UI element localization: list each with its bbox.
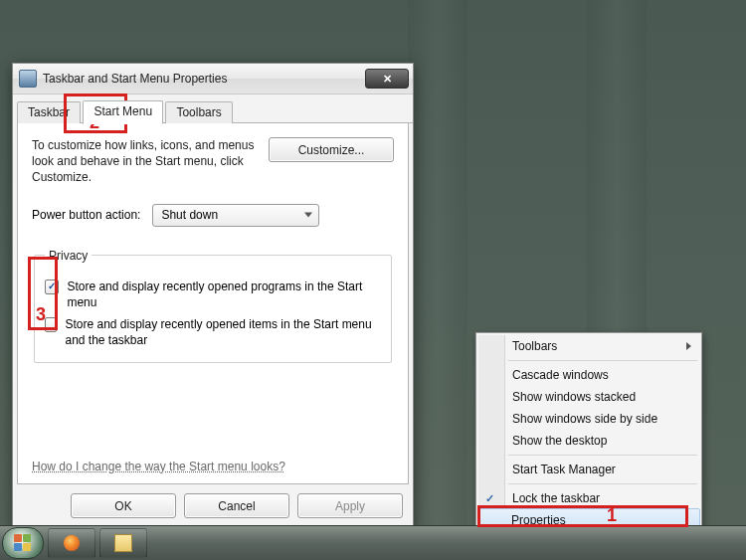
tab-start-menu[interactable]: Start Menu: [83, 100, 163, 124]
tab-strip: Taskbar Start Menu Toolbars: [17, 100, 413, 123]
customize-button[interactable]: Customize...: [269, 137, 394, 162]
menu-separator: [508, 483, 697, 484]
start-button[interactable]: [2, 527, 44, 559]
menu-cascade[interactable]: Cascade windows: [478, 364, 699, 386]
close-button[interactable]: ✕: [365, 69, 409, 89]
titlebar[interactable]: Taskbar and Start Menu Properties ✕: [13, 64, 413, 94]
menu-lock-taskbar-label: Lock the taskbar: [512, 491, 600, 505]
menu-side-by-side-label: Show windows side by side: [512, 412, 657, 426]
explorer-icon: [114, 534, 132, 552]
customize-description: To customize how links, icons, and menus…: [32, 137, 257, 186]
windows-logo-icon: [14, 534, 32, 552]
cancel-button[interactable]: Cancel: [184, 493, 289, 518]
chevron-down-icon: [304, 213, 312, 218]
submenu-arrow-icon: [686, 342, 691, 350]
menu-separator: [508, 455, 697, 456]
checkbox-recent-programs[interactable]: [45, 280, 59, 294]
checkmark-icon: ✓: [485, 492, 494, 505]
menu-side-by-side[interactable]: Show windows side by side: [478, 408, 699, 430]
menu-show-desktop[interactable]: Show the desktop: [478, 430, 699, 452]
taskbar-item-firefox[interactable]: [48, 528, 95, 558]
ok-button[interactable]: OK: [71, 493, 176, 518]
close-icon: ✕: [383, 73, 392, 86]
menu-task-manager-label: Start Task Manager: [512, 463, 616, 476]
help-link[interactable]: How do I change the way the Start menu l…: [32, 460, 285, 473]
checkbox-recent-items[interactable]: [45, 317, 57, 332]
taskbar[interactable]: [0, 525, 746, 560]
power-button-label: Power button action:: [32, 208, 140, 222]
privacy-group: Privacy Store and display recently opene…: [34, 249, 392, 364]
menu-separator: [508, 360, 697, 361]
dialog-button-row: OK Cancel Apply: [71, 493, 403, 518]
taskbar-properties-dialog: Taskbar and Start Menu Properties ✕ Task…: [12, 63, 414, 529]
firefox-icon: [64, 535, 80, 551]
taskbar-icon: [19, 70, 37, 88]
label-recent-items: Store and display recently opened items …: [65, 316, 381, 348]
apply-button[interactable]: Apply: [297, 493, 403, 518]
label-recent-programs: Store and display recently opened progra…: [67, 279, 381, 310]
privacy-legend: Privacy: [45, 249, 92, 263]
tab-taskbar[interactable]: Taskbar: [17, 101, 81, 123]
menu-stacked-label: Show windows stacked: [512, 390, 636, 404]
menu-toolbars-label: Toolbars: [512, 339, 557, 353]
power-button-combo[interactable]: Shut down: [152, 204, 319, 227]
power-button-value: Shut down: [161, 208, 218, 222]
taskbar-context-menu: Toolbars Cascade windows Show windows st…: [475, 332, 702, 534]
menu-cascade-label: Cascade windows: [512, 368, 609, 382]
tab-page: To customize how links, icons, and menus…: [17, 123, 409, 484]
menu-task-manager[interactable]: Start Task Manager: [478, 459, 699, 480]
taskbar-item-explorer[interactable]: [99, 528, 147, 558]
tab-toolbars[interactable]: Toolbars: [165, 101, 232, 123]
menu-stacked[interactable]: Show windows stacked: [478, 386, 699, 408]
menu-toolbars[interactable]: Toolbars: [478, 335, 699, 357]
menu-show-desktop-label: Show the desktop: [512, 434, 607, 448]
window-title: Taskbar and Start Menu Properties: [43, 72, 227, 86]
menu-lock-taskbar[interactable]: ✓ Lock the taskbar: [478, 487, 699, 509]
